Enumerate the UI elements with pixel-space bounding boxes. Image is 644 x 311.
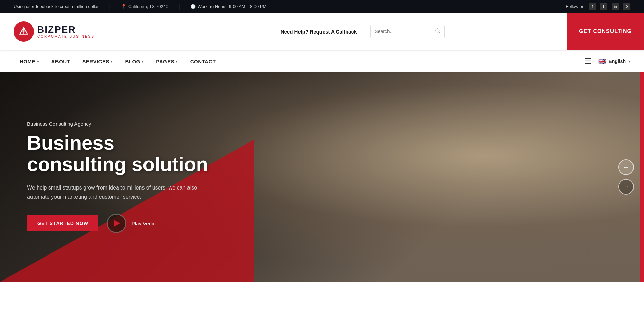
play-circle xyxy=(107,214,126,233)
play-label: Play Vedio xyxy=(132,221,156,226)
logo-area[interactable]: BIZPER CORPORATE BUSINESS xyxy=(14,21,95,42)
callback-link[interactable]: Request A Callback xyxy=(310,29,357,35)
language-selector[interactable]: 🇬🇧 English ▾ xyxy=(598,58,630,65)
left-arrow-icon: ← xyxy=(623,164,629,171)
logo-svg xyxy=(17,25,30,38)
social-twitter[interactable]: t xyxy=(600,3,607,10)
location-icon: 📍 xyxy=(121,4,126,9)
hero-subtitle: Business Consulting Agency xyxy=(27,121,210,127)
play-triangle-icon xyxy=(114,220,120,227)
hero-title: Business consulting solution xyxy=(27,132,210,175)
hero-section: Business Consulting Agency Business cons… xyxy=(0,72,644,282)
red-side-bar xyxy=(640,72,644,282)
top-bar-left: Using user feedback to creat a million d… xyxy=(14,3,266,10)
search-input[interactable] xyxy=(375,29,432,34)
search-bar[interactable] xyxy=(370,25,445,38)
nav-item-blog[interactable]: BLOG ▾ xyxy=(119,51,150,72)
nav-services-chevron: ▾ xyxy=(111,59,113,64)
nav-blog-chevron: ▾ xyxy=(142,59,144,64)
divider-2: | xyxy=(178,3,180,10)
nav-services-label: SERVICES xyxy=(82,59,109,64)
follow-label: Follow on xyxy=(565,4,584,9)
nav-item-about[interactable]: ABOUT xyxy=(45,51,76,72)
prev-arrow-button[interactable]: ← xyxy=(618,159,634,175)
header-middle: Need Help? Request A Callback xyxy=(95,25,630,38)
lang-chevron-icon: ▾ xyxy=(628,59,630,64)
search-icon xyxy=(435,28,440,35)
header: BIZPER CORPORATE BUSINESS Need Help? Req… xyxy=(0,13,644,50)
nav-pages-chevron: ▾ xyxy=(176,59,178,64)
hours-item: 🕐 Working Hours: 9:00 AM – 8:00 PM xyxy=(190,4,267,9)
hamburger-icon[interactable]: ☰ xyxy=(585,57,592,66)
nav-bar: HOME ▾ ABOUT SERVICES ▾ BLOG ▾ PAGES ▾ C… xyxy=(0,50,644,72)
divider-1: | xyxy=(109,3,111,10)
nav-links: HOME ▾ ABOUT SERVICES ▾ BLOG ▾ PAGES ▾ C… xyxy=(14,51,585,72)
nav-contact-label: CONTACT xyxy=(190,59,216,64)
get-consulting-button[interactable]: GET CONSULTING xyxy=(567,13,644,50)
top-bar: Using user feedback to creat a million d… xyxy=(0,0,644,13)
slider-arrows: ← → xyxy=(618,159,634,195)
next-arrow-button[interactable]: → xyxy=(618,179,634,195)
nav-home-chevron: ▾ xyxy=(37,59,39,64)
nav-item-services[interactable]: SERVICES ▾ xyxy=(76,51,119,72)
nav-home-label: HOME xyxy=(20,59,36,64)
tagline-item: Using user feedback to creat a million d… xyxy=(14,4,99,9)
logo-name: BIZPER xyxy=(37,25,95,35)
callback-pre: Need Help? xyxy=(281,29,309,35)
clock-icon: 🕐 xyxy=(190,4,196,9)
logo-text-area: BIZPER CORPORATE BUSINESS xyxy=(37,25,95,38)
social-linkedin[interactable]: in xyxy=(612,3,619,10)
nav-about-label: ABOUT xyxy=(51,59,70,64)
nav-item-contact[interactable]: CONTACT xyxy=(184,51,222,72)
social-pinterest[interactable]: p xyxy=(623,3,630,10)
nav-item-pages[interactable]: PAGES ▾ xyxy=(150,51,184,72)
social-facebook[interactable]: f xyxy=(589,3,596,10)
logo-icon xyxy=(14,21,34,42)
svg-point-2 xyxy=(436,29,439,32)
hero-content: Business Consulting Agency Business cons… xyxy=(0,121,237,234)
tagline-text: Using user feedback to creat a million d… xyxy=(14,4,99,9)
language-label: English xyxy=(608,59,626,64)
nav-right: ☰ 🇬🇧 English ▾ xyxy=(585,57,630,66)
play-button-area[interactable]: Play Vedio xyxy=(107,214,156,233)
location-text: California, TX 70240 xyxy=(128,4,168,9)
nav-pages-label: PAGES xyxy=(156,59,174,64)
nav-item-home[interactable]: HOME ▾ xyxy=(14,51,45,72)
logo-subtitle: CORPORATE BUSINESS xyxy=(37,35,95,38)
hero-actions: GET STARTED NOW Play Vedio xyxy=(27,214,210,233)
hours-text: Working Hours: 9:00 AM – 8:00 PM xyxy=(198,4,267,9)
callback-text: Need Help? Request A Callback xyxy=(281,29,357,35)
right-arrow-icon: → xyxy=(623,183,629,191)
hero-description: We help small startups grow from idea to… xyxy=(27,183,203,201)
location-item: 📍 California, TX 70240 xyxy=(121,4,168,9)
flag-icon: 🇬🇧 xyxy=(598,58,606,65)
nav-blog-label: BLOG xyxy=(125,59,140,64)
get-started-button[interactable]: GET STARTED NOW xyxy=(27,215,98,231)
top-bar-right: Follow on f t in p xyxy=(565,3,630,10)
